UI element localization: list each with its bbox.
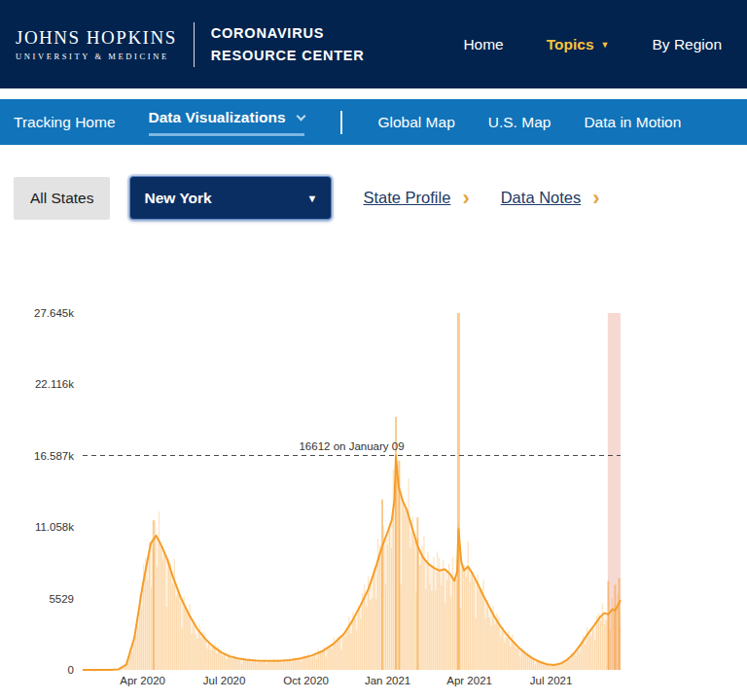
logo-title: JOHNS HOPKINS	[16, 27, 177, 49]
caret-down-icon: ▼	[601, 40, 610, 50]
site-title-line2: RESOURCE CENTER	[211, 45, 365, 66]
header-gap	[0, 88, 747, 99]
y-tick-label: 22.116k	[35, 378, 74, 390]
x-tick-label: Apr 2020	[120, 675, 165, 686]
state-controls: All States New York ▼ State Profile › Da…	[0, 176, 747, 220]
x-tick-label: Jul 2021	[530, 675, 572, 686]
nav-topics[interactable]: Topics▼	[547, 36, 610, 53]
y-tick-label: 11.058k	[35, 521, 74, 533]
state-select-value: New York	[144, 190, 211, 207]
all-states-button[interactable]: All States	[14, 177, 110, 220]
y-tick-label: 27.645k	[34, 307, 74, 319]
subnav-data-visualizations-label: Data Visualizations	[149, 109, 286, 125]
site-header: JOHNS HOPKINS UNIVERSITY & MEDICINE CORO…	[0, 0, 747, 88]
site-title[interactable]: CORONAVIRUS RESOURCE CENTER	[211, 22, 365, 66]
x-tick-label: Jan 2021	[365, 675, 410, 686]
tracking-subnav: Tracking Home Data Visualizations Global…	[0, 99, 747, 145]
subnav-global-map[interactable]: Global Map	[378, 114, 455, 131]
x-tick-label: Apr 2021	[446, 675, 492, 686]
x-tick-label: Jul 2020	[203, 675, 245, 686]
subnav-us-map[interactable]: U.S. Map	[488, 114, 551, 131]
nav-by-region[interactable]: By Region	[652, 36, 722, 53]
logo-subtitle: UNIVERSITY & MEDICINE	[16, 52, 177, 61]
cases-chart: 16612 on January 0927.645k22.116k16.587k…	[10, 301, 747, 700]
x-tick-label: Oct 2020	[283, 675, 329, 686]
jhu-logo[interactable]: JOHNS HOPKINS UNIVERSITY & MEDICINE	[16, 27, 177, 61]
caret-down-icon: ▼	[307, 192, 318, 204]
site-title-line1: CORONAVIRUS	[211, 22, 365, 44]
y-tick-label: 5529	[49, 593, 74, 605]
y-tick-label: 0	[68, 664, 74, 676]
nav-topics-label: Topics	[547, 36, 594, 52]
chevron-down-icon	[296, 111, 305, 121]
data-notes-link[interactable]: Data Notes ›	[501, 189, 600, 207]
cases-chart-svg: 16612 on January 0927.645k22.116k16.587k…	[10, 301, 729, 700]
annotation-label: 16612 on January 09	[299, 440, 404, 452]
y-tick-label: 16.587k	[34, 450, 74, 462]
data-notes-label: Data Notes	[501, 189, 582, 207]
nav-home[interactable]: Home	[463, 36, 503, 53]
subnav-divider	[340, 111, 342, 134]
primary-nav: Home Topics▼ By Region	[463, 36, 731, 53]
state-profile-label: State Profile	[363, 189, 450, 207]
state-select[interactable]: New York ▼	[129, 176, 332, 220]
subnav-data-visualizations[interactable]: Data Visualizations	[149, 109, 304, 136]
subnav-data-in-motion[interactable]: Data in Motion	[584, 114, 681, 131]
subnav-tracking-home[interactable]: Tracking Home	[14, 114, 116, 131]
state-profile-link[interactable]: State Profile ›	[363, 189, 469, 207]
header-divider	[194, 22, 195, 67]
